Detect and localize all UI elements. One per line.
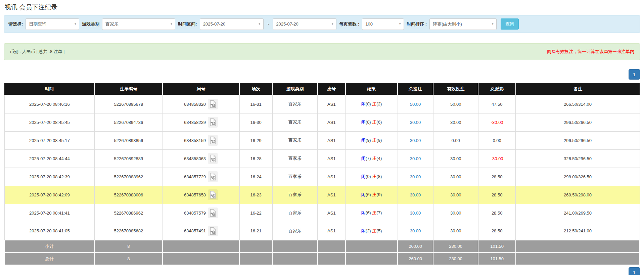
result-player-score: (0) (366, 174, 371, 179)
query-type-select[interactable]: 日期查询 ▼ (26, 18, 79, 30)
date-to-value: 2025-07-20 (276, 21, 298, 27)
cell-time: 2025-07-20 08:41:05 (4, 222, 95, 240)
cell-game-category: 百家乐 (272, 168, 317, 186)
pagination-top: 1 (4, 69, 640, 80)
chevron-down-icon: ▼ (491, 22, 494, 26)
cell-result: 闲(0) 庄(2) (346, 95, 398, 113)
game-category-select[interactable]: 百家乐 ▼ (102, 18, 175, 30)
result-banker-score: (6) (376, 120, 382, 125)
cell-valid-bet: 30.00 (433, 204, 478, 222)
result-player-score: (2) (366, 228, 371, 233)
cell-remark: 241.00/269.50 (516, 204, 640, 222)
total-bet-link[interactable]: 50.00 (410, 102, 421, 107)
chevron-down-icon: ▼ (399, 22, 401, 26)
cell-session: 16-28 (239, 149, 272, 168)
round-id-value: 634857579 (184, 211, 206, 216)
cell-table-no: AS1 (318, 204, 346, 222)
cell-table-no: AS1 (318, 131, 346, 149)
cell-valid-bet: 50.00 (433, 95, 478, 113)
result-banker-label: 庄 (372, 174, 376, 179)
result-player-score: (0) (366, 101, 371, 106)
cell-valid-bet: 30.00 (433, 222, 478, 240)
game-category-label: 游戏类别 (82, 21, 99, 27)
result-player-label: 闲 (361, 120, 366, 125)
result-banker-label: 庄 (372, 210, 376, 215)
cell-session: 16-24 (239, 168, 272, 186)
video-replay-button[interactable] (208, 189, 218, 200)
cell-remark: 298.00/326.50 (516, 168, 640, 186)
cell-bet-id: 522670893856 (95, 131, 163, 149)
total-bet-link[interactable]: 30.00 (410, 228, 421, 233)
total-bet-link[interactable]: 30.00 (410, 156, 421, 161)
cell-table-no: AS1 (318, 149, 346, 168)
table-row: 2025-07-20 08:44:44 522670892889 6348580… (4, 149, 640, 168)
total-bet-link[interactable]: 30.00 (410, 120, 421, 125)
video-replay-button[interactable] (208, 226, 218, 236)
time-sort-select[interactable]: 降幂(由大到小) ▼ (429, 18, 497, 30)
cell-total-bet: 30.00 (398, 186, 433, 204)
video-file-icon (210, 100, 216, 108)
cell-remark: 296.50/296.50 (516, 131, 640, 149)
cell-valid-bet: 30.00 (433, 149, 478, 168)
cell-bet-id: 522670888962 (95, 168, 163, 186)
total-bet-link[interactable]: 30.00 (410, 211, 421, 216)
filter-bar: 请选择: 日期查询 ▼ 游戏类别 百家乐 ▼ 时间区间: 2025-07-20 … (4, 15, 640, 33)
date-from-input[interactable]: 2025-07-20 ▼ (200, 18, 264, 30)
result-banker-score: (4) (376, 156, 382, 161)
cell-result: 闲(0) 庄(8) (346, 168, 398, 186)
video-replay-button[interactable] (208, 153, 218, 164)
video-replay-button[interactable] (208, 117, 218, 128)
cell-payout: 0.00 (478, 131, 516, 149)
select-type-label: 请选择: (8, 21, 23, 27)
header-bet-id: 注单编号 (95, 83, 163, 95)
video-replay-button[interactable] (208, 135, 218, 146)
subtotal-valid-bet: 230.00 (433, 240, 478, 253)
currency-summary-bar: 币别 : 人民币 | 总共 :8 注单 | 同局有效投注，统一计算在该局第一张注… (4, 43, 640, 60)
bet-records-table: 时间 注单编号 局号 场次 游戏类别 桌号 结果 总投注 有效投注 总派彩 备注… (4, 83, 640, 265)
cell-game-category: 百家乐 (272, 113, 317, 131)
video-file-icon (210, 136, 216, 144)
header-time: 时间 (4, 83, 95, 95)
page-size-select[interactable]: 100 ▼ (362, 18, 404, 30)
cell-round-id: 634858320 (163, 95, 239, 113)
chevron-down-icon: ▼ (331, 22, 334, 26)
cell-session: 16-22 (239, 204, 272, 222)
page-size-label: 每页笔数 : (339, 21, 359, 27)
cell-game-category: 百家乐 (272, 222, 317, 240)
cell-total-bet: 30.00 (398, 168, 433, 186)
page-1-button[interactable]: 1 (629, 69, 640, 80)
cell-total-bet: 50.00 (398, 95, 433, 113)
video-file-icon (210, 118, 216, 126)
cell-total-bet: 30.00 (398, 204, 433, 222)
cell-payout: 28.50 (478, 204, 516, 222)
video-replay-button[interactable] (208, 208, 218, 218)
video-replay-button[interactable] (208, 99, 218, 109)
cell-game-category: 百家乐 (272, 186, 317, 204)
cell-game-category: 百家乐 (272, 149, 317, 168)
total-bet-link[interactable]: 30.00 (410, 174, 421, 179)
cell-bet-id: 522670885682 (95, 222, 163, 240)
result-banker-score: (7) (376, 210, 382, 215)
table-header-row: 时间 注单编号 局号 场次 游戏类别 桌号 结果 总投注 有效投注 总派彩 备注 (4, 83, 640, 95)
cell-table-no: AS1 (318, 222, 346, 240)
table-row: 2025-07-20 08:41:41 522670886962 6348575… (4, 204, 640, 222)
header-valid-bet: 有效投注 (433, 83, 478, 95)
round-id-value: 634858159 (184, 138, 206, 143)
result-banker-label: 庄 (372, 228, 376, 233)
cell-time: 2025-07-20 08:45:17 (4, 131, 95, 149)
total-bet-link[interactable]: 30.00 (410, 138, 421, 143)
cell-session: 16-23 (239, 186, 272, 204)
cell-result: 闲(6) 庄(7) (346, 204, 398, 222)
date-to-input[interactable]: 2025-07-20 ▼ (273, 18, 336, 30)
video-replay-button[interactable] (208, 171, 218, 182)
total-bet-link[interactable]: 30.00 (410, 192, 421, 197)
result-banker-label: 庄 (372, 101, 376, 106)
grand-total-valid-bet: 230.00 (433, 253, 478, 265)
result-player-score: (6) (366, 210, 371, 215)
result-player-label: 闲 (361, 228, 366, 233)
query-button[interactable]: 查询 (501, 18, 519, 30)
cell-round-id: 634858159 (163, 131, 239, 149)
page-1-button-bottom[interactable]: 1 (629, 267, 640, 275)
header-session: 场次 (239, 83, 272, 95)
round-id-value: 634857729 (184, 174, 206, 179)
